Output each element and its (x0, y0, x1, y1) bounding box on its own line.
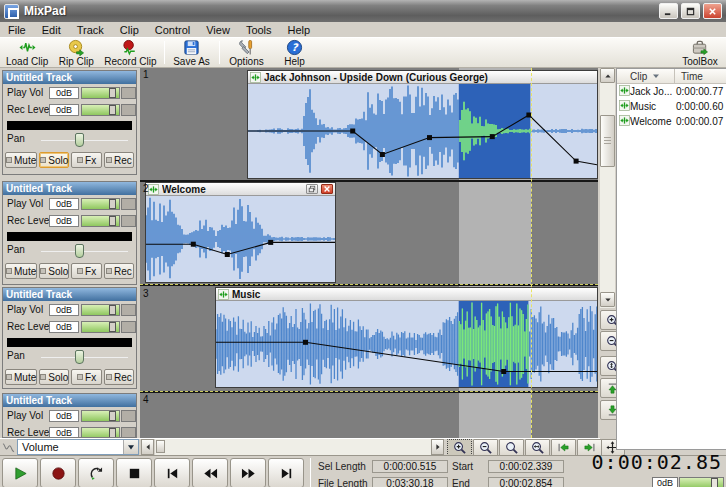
rec-level-value[interactable]: 0dB (49, 104, 79, 116)
play-button[interactable] (2, 458, 38, 487)
clip-waveform[interactable] (248, 84, 597, 178)
vertical-scrollbar-thumb[interactable] (600, 115, 615, 167)
pan-slider[interactable] (41, 357, 128, 358)
track-title[interactable]: Untitled Track (3, 182, 136, 195)
clip-restore-button[interactable] (306, 184, 318, 194)
play-vol-slider[interactable] (81, 410, 120, 422)
horizontal-scrollbar[interactable] (155, 439, 431, 455)
playback-cursor[interactable] (531, 68, 532, 438)
rec-level-value[interactable]: 0dB (49, 321, 79, 333)
play-vol-handle[interactable] (109, 88, 116, 98)
pan-thumb[interactable] (75, 350, 84, 364)
help-button[interactable]: ? Help (271, 38, 319, 67)
solo-button[interactable]: Solo (39, 369, 69, 385)
timeline[interactable]: 1 2 3 4 Jack Johnson - Upside Down (Curi… (140, 68, 598, 438)
fx-button[interactable]: Fx (71, 263, 101, 279)
rec-button[interactable]: Rec (104, 152, 134, 168)
load-clip-button[interactable]: Load Clip (2, 38, 52, 67)
track-title[interactable]: Untitled Track (3, 394, 136, 407)
save-as-button[interactable]: Save As (168, 38, 216, 67)
clip-welcome[interactable]: Welcome (145, 182, 336, 283)
master-volume-slider[interactable] (679, 477, 724, 487)
rec-level-handle[interactable] (109, 428, 116, 438)
solo-button[interactable]: Solo (39, 152, 69, 168)
rec-level-handle[interactable] (109, 322, 116, 332)
track-title[interactable]: Untitled Track (3, 71, 136, 84)
rip-clip-button[interactable]: Rip Clip (52, 38, 100, 67)
mute-button[interactable]: Mute (5, 263, 37, 279)
fx-button[interactable]: Fx (71, 152, 101, 168)
rec-level-slider[interactable] (81, 427, 120, 438)
play-vol-handle[interactable] (109, 305, 116, 315)
rec-level-slider[interactable] (81, 104, 120, 116)
go-end-button[interactable] (268, 458, 304, 487)
fx-button[interactable]: Fx (71, 369, 101, 385)
solo-button[interactable]: Solo (39, 263, 69, 279)
zoom-button[interactable] (499, 439, 524, 456)
envelope-select-arrow[interactable] (123, 440, 138, 454)
clip-close-button[interactable] (321, 184, 333, 194)
play-vol-slider[interactable] (81, 198, 120, 210)
goto-start-button[interactable] (551, 439, 576, 456)
record-button[interactable] (40, 458, 76, 487)
clip-jack-johnson[interactable]: Jack Johnson - Upside Down (Curious Geor… (247, 70, 598, 179)
scroll-right-button[interactable] (431, 439, 444, 455)
clip-music[interactable]: Music (215, 287, 598, 388)
vertical-scrollbar[interactable] (600, 68, 615, 308)
clip-list-row[interactable]: Jack Jo... 0:00:00.77 (617, 84, 726, 99)
options-button[interactable]: Options (223, 38, 271, 67)
rec-level-handle[interactable] (109, 105, 116, 115)
pan-slider[interactable] (41, 251, 128, 252)
envelope-select[interactable]: Volume (17, 439, 139, 455)
stop-button[interactable] (116, 458, 152, 487)
clip-header[interactable]: Welcome (146, 183, 335, 196)
time-column-header[interactable]: Time (675, 71, 726, 82)
minimize-button[interactable] (659, 3, 678, 19)
mute-button[interactable]: Mute (5, 152, 37, 168)
rec-button[interactable]: Rec (104, 369, 134, 385)
go-start-button[interactable] (154, 458, 190, 487)
clip-column-header[interactable]: Clip (617, 69, 675, 83)
menu-clip[interactable]: Clip (112, 23, 147, 37)
play-vol-value[interactable]: 0dB (49, 198, 79, 210)
menu-track[interactable]: Track (69, 23, 112, 37)
menu-view[interactable]: View (198, 23, 238, 37)
scroll-down-button[interactable] (600, 292, 615, 307)
menu-file[interactable]: File (0, 23, 34, 37)
track-title[interactable]: Untitled Track (3, 288, 136, 301)
scroll-up-button[interactable] (600, 68, 615, 83)
rewind-button[interactable] (192, 458, 228, 487)
clip-header[interactable]: Music (216, 288, 597, 301)
menu-help[interactable]: Help (280, 23, 319, 37)
clip-header[interactable]: Jack Johnson - Upside Down (Curious Geor… (248, 71, 597, 84)
close-button[interactable] (703, 3, 722, 19)
toolbox-button[interactable]: ToolBox (676, 38, 724, 67)
pan-thumb[interactable] (75, 244, 84, 258)
play-vol-value[interactable]: 0dB (49, 304, 79, 316)
clip-waveform[interactable] (146, 196, 335, 282)
rec-level-slider[interactable] (81, 215, 120, 227)
pan-slider[interactable] (41, 140, 128, 141)
rec-level-handle[interactable] (109, 216, 116, 226)
clip-waveform[interactable] (216, 301, 597, 387)
clip-list-row[interactable]: Welcome 0:00:00.07 (617, 114, 726, 129)
title-bar[interactable]: MixPad (0, 0, 726, 22)
zoom-in-button[interactable] (447, 439, 472, 456)
record-clip-button[interactable]: Record Clip (100, 38, 160, 67)
play-vol-slider[interactable] (81, 304, 120, 316)
clip-list-row[interactable]: Music 0:00:00.60 (617, 99, 726, 114)
menu-tools[interactable]: Tools (238, 23, 280, 37)
fast-forward-button[interactable] (230, 458, 266, 487)
play-vol-value[interactable]: 0dB (49, 410, 79, 422)
play-vol-slider[interactable] (81, 87, 120, 99)
zoom-selection-button[interactable] (525, 439, 550, 456)
pan-thumb[interactable] (75, 133, 84, 147)
zoom-out-button[interactable] (473, 439, 498, 456)
menu-control[interactable]: Control (147, 23, 198, 37)
rec-level-value[interactable]: 0dB (49, 427, 79, 438)
horizontal-scrollbar-thumb[interactable] (156, 440, 165, 453)
rec-level-value[interactable]: 0dB (49, 215, 79, 227)
play-vol-handle[interactable] (109, 411, 116, 421)
menu-edit[interactable]: Edit (34, 23, 69, 37)
play-vol-handle[interactable] (109, 199, 116, 209)
